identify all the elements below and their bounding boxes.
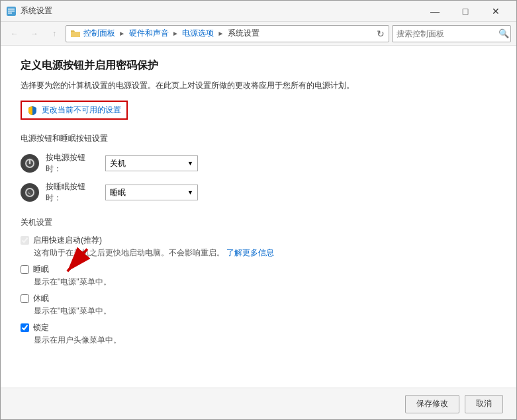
shield-uac-icon bbox=[27, 105, 38, 116]
search-input[interactable] bbox=[397, 29, 496, 38]
page-subtitle: 选择要为您的计算机设置的电源设置。在此页上对设置所做的更改将应用于您所有的电源计… bbox=[21, 79, 496, 91]
hibernate-label: 休眠 bbox=[33, 293, 49, 304]
breadcrumb: 控制面板 ► 硬件和声音 ► 电源选项 ► 系统设置 bbox=[83, 28, 374, 39]
hibernate-row: 休眠 bbox=[21, 293, 496, 304]
forward-button[interactable]: → bbox=[26, 25, 43, 42]
sleep-button-row: 按睡眠按钮时： 睡眠 ▼ bbox=[21, 181, 496, 204]
hibernate-desc: 显示在"电源"菜单中。 bbox=[34, 306, 496, 317]
sleep-label: 睡眠 bbox=[33, 264, 49, 275]
shutdown-section: 关机设置 启用快速启动(推荐) 这有助于在关机之后更快地启动电脑。不会影响重启。… bbox=[21, 217, 496, 346]
up-button[interactable]: ↑ bbox=[46, 25, 63, 42]
svg-rect-4 bbox=[71, 32, 80, 37]
power-icon bbox=[21, 154, 39, 173]
lock-item: 锁定 显示在用户头像菜单中。 bbox=[21, 322, 496, 346]
svg-rect-1 bbox=[8, 9, 15, 10]
shutdown-title: 关机设置 bbox=[21, 217, 496, 228]
power-button-value: 关机 bbox=[110, 158, 126, 169]
fast-startup-desc: 这有助于在关机之后更快地启动电脑。不会影响重启。 了解更多信息 bbox=[34, 247, 496, 259]
cancel-button[interactable]: 取消 bbox=[465, 395, 503, 413]
power-button-select[interactable]: 关机 ▼ bbox=[105, 155, 198, 171]
change-settings-label: 更改当前不可用的设置 bbox=[42, 105, 121, 116]
power-buttons-section: 电源按钮和睡眠按钮设置 按电源按钮时： 关机 ▼ bbox=[21, 133, 496, 204]
sleep-row: 睡眠 bbox=[21, 264, 496, 275]
sleep-button-value: 睡眠 bbox=[110, 187, 126, 198]
lock-checkbox[interactable] bbox=[21, 323, 29, 332]
save-button[interactable]: 保存修改 bbox=[405, 395, 459, 413]
breadcrumb-part-1[interactable]: 控制面板 bbox=[83, 28, 115, 38]
minimize-button[interactable]: — bbox=[420, 1, 450, 22]
change-settings-button[interactable]: 更改当前不可用的设置 bbox=[21, 101, 128, 120]
svg-point-9 bbox=[26, 189, 34, 196]
fast-startup-checkbox[interactable] bbox=[21, 236, 29, 245]
nav-bar: ← → ↑ 控制面板 ► 硬件和声音 ► 电源选项 ► 系统设置 ↻ 🔍 bbox=[1, 22, 516, 46]
window-icon bbox=[6, 6, 17, 17]
title-bar: 系统设置 — □ ✕ bbox=[1, 1, 516, 22]
fast-startup-row: 启用快速启动(推荐) bbox=[21, 235, 496, 246]
close-button[interactable]: ✕ bbox=[481, 1, 511, 22]
hibernate-item: 休眠 显示在"电源"菜单中。 bbox=[21, 293, 496, 317]
lock-desc: 显示在用户头像菜单中。 bbox=[34, 335, 496, 346]
main-window: 系统设置 — □ ✕ ← → ↑ 控制面板 ► 硬件和声音 ► 电源选项 ► 系… bbox=[0, 0, 517, 420]
folder-icon bbox=[70, 28, 81, 39]
search-icon[interactable]: 🔍 bbox=[498, 28, 509, 38]
hibernate-checkbox[interactable] bbox=[21, 294, 29, 303]
maximize-button[interactable]: □ bbox=[450, 1, 481, 22]
breadcrumb-part-4: 系统设置 bbox=[228, 28, 259, 38]
title-controls: — □ ✕ bbox=[420, 1, 511, 22]
refresh-button[interactable]: ↻ bbox=[377, 28, 385, 39]
svg-rect-2 bbox=[8, 11, 15, 12]
page-title: 定义电源按钮并启用密码保护 bbox=[21, 59, 496, 73]
sleep-button-label: 按睡眠按钮时： bbox=[46, 181, 99, 204]
content-area: 定义电源按钮并启用密码保护 选择要为您的计算机设置的电源设置。在此页上对设置所做… bbox=[1, 46, 516, 388]
svg-rect-3 bbox=[8, 13, 12, 14]
window-title: 系统设置 bbox=[21, 5, 420, 17]
breadcrumb-part-3[interactable]: 电源选项 bbox=[182, 28, 214, 38]
power-button-row: 按电源按钮时： 关机 ▼ bbox=[21, 152, 496, 175]
bottom-bar: 保存修改 取消 bbox=[1, 388, 516, 419]
sleep-item: 睡眠 显示在"电源"菜单中。 bbox=[21, 264, 496, 288]
power-buttons-header: 电源按钮和睡眠按钮设置 bbox=[21, 133, 496, 144]
fast-startup-item: 启用快速启动(推荐) 这有助于在关机之后更快地启动电脑。不会影响重启。 了解更多… bbox=[21, 235, 496, 259]
sleep-checkbox[interactable] bbox=[21, 265, 29, 274]
sleep-icon bbox=[21, 183, 39, 202]
breadcrumb-part-2[interactable]: 硬件和声音 bbox=[129, 28, 169, 38]
lock-label: 锁定 bbox=[33, 322, 49, 333]
power-button-label: 按电源按钮时： bbox=[46, 152, 99, 175]
sleep-button-dropdown-icon: ▼ bbox=[187, 189, 193, 196]
back-button[interactable]: ← bbox=[6, 25, 23, 42]
learn-more-link[interactable]: 了解更多信息 bbox=[226, 248, 274, 257]
lock-row: 锁定 bbox=[21, 322, 496, 333]
sleep-desc: 显示在"电源"菜单中。 bbox=[34, 276, 496, 288]
address-bar: 控制面板 ► 硬件和声音 ► 电源选项 ► 系统设置 ↻ bbox=[66, 25, 389, 42]
fast-startup-label: 启用快速启动(推荐) bbox=[33, 235, 102, 246]
power-button-dropdown-icon: ▼ bbox=[187, 160, 193, 167]
sleep-button-select[interactable]: 睡眠 ▼ bbox=[105, 185, 198, 200]
search-bar[interactable]: 🔍 bbox=[392, 25, 511, 42]
